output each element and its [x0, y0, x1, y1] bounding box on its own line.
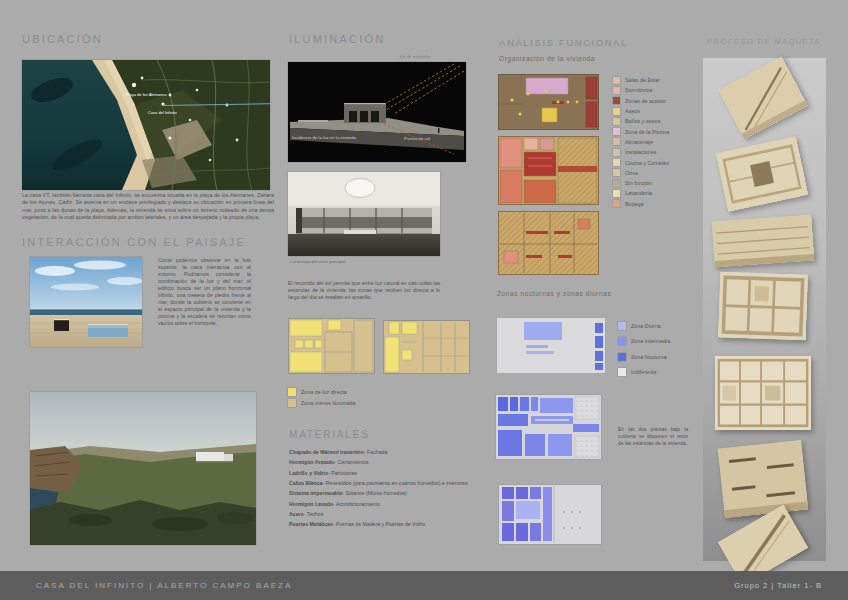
map-label-house: Casa del Infinito	[148, 110, 177, 115]
legend-label: Lavandería	[625, 190, 652, 196]
material-item: Ladrillo y Vidrio - Particiones	[289, 468, 489, 478]
daylight-plan-b-graphic	[383, 320, 470, 374]
legend-item: Almacenaje	[613, 137, 670, 147]
material-item: Hormigón Armado - Cerramientos	[289, 457, 489, 467]
legend-color-chip	[613, 87, 620, 94]
legend-item: Zona Diurna	[618, 318, 670, 334]
model-process-strip	[703, 58, 826, 561]
legend-item: Dormitorios	[613, 85, 670, 95]
daylight-legend: Zona de luz directa Zona menos iluminada	[288, 386, 356, 408]
light-study-caption: Incidencia de la luz en la vivienda	[292, 135, 356, 140]
landscape-photo	[30, 392, 256, 545]
model-photo-3	[712, 215, 815, 268]
material-name: Chapado de Mármol travertino	[289, 449, 364, 455]
legend-item: Zona menos iluminada	[288, 397, 356, 408]
legend-color-chip	[618, 322, 626, 330]
interaccion-paragraph: Como podemos observar en la foto superio…	[158, 257, 251, 327]
presentation-board: UBICACIÓN	[0, 0, 848, 600]
section-heading-ubicacion: UBICACIÓN	[22, 33, 103, 45]
daynight-plan-roof-graphic	[496, 317, 606, 374]
functional-plan-main	[498, 136, 599, 205]
section-heading-interaccion: INTERACCIÓN CON EL PAISAJE	[22, 236, 246, 248]
material-use: - Acondicionamiento	[333, 501, 380, 507]
materials-list: Chapado de Mármol travertino - Fachada H…	[289, 447, 489, 529]
legend-label: Dormitorios	[625, 87, 653, 93]
legend-label: Zona Diurna	[631, 323, 661, 329]
material-use: - Revestidos (para pavimento en cuartos …	[322, 480, 467, 486]
legend-color-chip	[613, 138, 620, 145]
sun-ray-label: Sol de mediodía	[399, 54, 430, 59]
legend-color-chip	[288, 388, 296, 396]
iluminacion-paragraph: El recorrido del sol permite que entre l…	[288, 280, 440, 301]
material-use: - Fachada	[364, 449, 387, 455]
light-study-photo	[288, 62, 466, 162]
model-photo-1	[718, 56, 808, 139]
daynight-plan-level2-graphic	[498, 484, 602, 545]
daynight-plan-level1-graphic	[495, 394, 602, 460]
daynight-plan-roof	[496, 317, 606, 374]
legend-item: Lavandería	[613, 188, 670, 198]
legend-color-chip	[613, 118, 620, 125]
footer-project-title: CASA DEL INFINITO | ALBERTO CAMPO BAEZA	[36, 571, 292, 600]
legend-label: Zona menos iluminada	[301, 400, 356, 406]
legend-color-chip	[613, 108, 620, 115]
legend-color-chip	[613, 180, 620, 187]
legend-color-chip	[613, 77, 620, 84]
material-name: Ladrillo y Vidrio	[289, 470, 328, 476]
legend-item: Indiferente	[618, 365, 670, 381]
legend-color-chip	[618, 337, 626, 345]
legend-label: Indiferente	[631, 369, 656, 375]
legend-color-chip	[613, 149, 620, 156]
legend-item: Zonas de acceso	[613, 96, 670, 106]
functional-plan-lower-graphic	[498, 211, 599, 275]
legend-item: Otros	[613, 168, 670, 178]
legend-label: Bodega	[625, 201, 644, 207]
material-item: Puertas Metálicas - Puertas de Madera y …	[289, 519, 489, 529]
legend-label: Almacenaje	[625, 139, 653, 145]
aerial-map-photo: Playa de los Alemanes Casa del Infinito	[22, 60, 270, 190]
material-use: - Sótanos (Muros húmedos)	[342, 490, 406, 496]
map-label-beach: Playa de los Alemanes	[126, 92, 166, 97]
interior-caption: Lucernario del estar principal	[290, 259, 345, 264]
legend-item: Cocina y Comedor	[613, 157, 670, 167]
legend-item: Zona de la Piscina	[613, 126, 670, 136]
material-use: - Techos	[304, 511, 324, 517]
legend-label: Instalaciones	[625, 149, 656, 155]
daynight-legend: Zona Diurna Zona Intermedia Zona Nocturn…	[618, 318, 670, 380]
model-photo-2	[716, 136, 809, 212]
material-item: Hormigón Lavado - Acondicionamiento	[289, 498, 489, 508]
legend-item: Sin función	[613, 178, 670, 188]
funcional-sub2: Zonas nocturnas y zonas diurnas	[497, 290, 611, 297]
legend-label: Salas de Estar	[625, 77, 660, 83]
material-name: Acero	[289, 511, 304, 517]
functional-legend: Salas de Estar Dormitorios Zonas de acce…	[613, 75, 670, 209]
legend-color-chip	[613, 190, 620, 197]
interior-photo	[288, 172, 440, 256]
legend-item: Baños y aseos	[613, 116, 670, 126]
legend-color-chip	[613, 200, 620, 207]
footer-bar: CASA DEL INFINITO | ALBERTO CAMPO BAEZA …	[0, 571, 848, 600]
legend-label: Cocina y Comedor	[625, 160, 670, 166]
section-heading-iluminacion: ILUMINACIÓN	[289, 33, 385, 45]
landscape-graphic	[30, 392, 256, 545]
footer-group-label: Grupo 2 | Taller 1- B	[734, 571, 822, 600]
material-item: Chapado de Mármol travertino - Fachada	[289, 447, 489, 457]
sunset-ray-label: Puesta de sol	[404, 136, 430, 141]
material-name: Hormigón Armado	[289, 459, 334, 465]
material-use: - Puertas de Madera y Puertas de Vidrio	[333, 521, 425, 527]
functional-plan-main-graphic	[498, 136, 599, 205]
section-heading-proceso: PROCESO DE MAQUETA	[707, 37, 821, 46]
legend-item: Zona Nocturna	[618, 349, 670, 365]
material-item: Caliza Blanca - Revestidos (para pavimen…	[289, 478, 489, 488]
funcional-sub1: Organización de la vivienda	[499, 55, 595, 62]
model-photo-5	[715, 356, 811, 430]
daynight-plan-level2	[498, 484, 602, 545]
legend-item: Zona de luz directa	[288, 386, 356, 397]
legend-label: Zona Intermedia	[631, 338, 670, 344]
model-photo-6	[718, 440, 809, 518]
legend-label: Baños y aseos	[625, 118, 660, 124]
material-name: Sistema impermeable	[289, 490, 342, 496]
section-heading-materiales: MATERIALES	[289, 429, 370, 440]
legend-color-chip	[618, 368, 626, 376]
rooftop-pool-graphic	[30, 257, 142, 347]
